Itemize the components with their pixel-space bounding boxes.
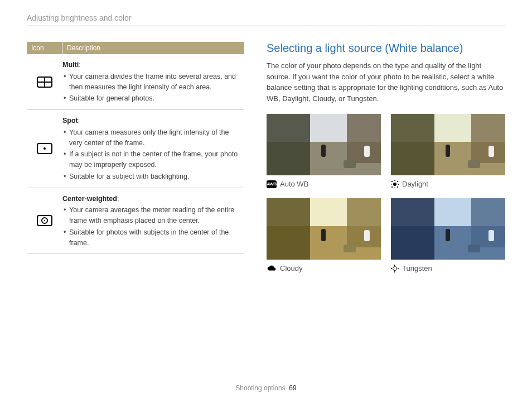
wb-sample-tungsten: Tungsten: [391, 198, 505, 272]
page-number: 69: [289, 384, 296, 392]
mode-name: Multi: [62, 61, 79, 69]
wb-label: Auto WB: [280, 180, 308, 188]
sample-image: [391, 114, 505, 175]
wb-sample-auto: AWB Auto WB: [267, 114, 381, 188]
table-header-description: Description: [62, 42, 244, 54]
table-row: Spot: Your camera measures only the ligh…: [27, 110, 244, 188]
tungsten-icon: [391, 265, 399, 272]
mode-bullet: Your camera measures only the light inte…: [62, 127, 241, 149]
mode-name: Spot: [62, 117, 78, 125]
breadcrumb: Adjusting brightness and color: [27, 13, 505, 26]
sample-image: [267, 198, 381, 260]
cloudy-icon: [267, 265, 277, 272]
daylight-icon: [391, 180, 399, 188]
table-row: Center-weighted: Your camera averages th…: [27, 188, 244, 255]
table-header-icon: Icon: [27, 42, 62, 54]
sample-image: [391, 198, 505, 260]
spot-metering-icon: [37, 143, 52, 154]
center-weighted-metering-icon: [37, 215, 52, 226]
mode-bullet: Suitable for photos with subjects in the…: [62, 227, 241, 248]
mode-bullet: Your camera divides the frame into sever…: [62, 71, 241, 93]
mode-name: Center-weighted: [62, 195, 117, 203]
page-footer: Shooting options 69: [0, 384, 532, 392]
multi-metering-icon: [37, 76, 52, 88]
section-heading: Selecting a light source (White balance): [267, 42, 505, 55]
mode-bullet: Suitable for general photos.: [62, 93, 241, 104]
mode-bullet: Your camera averages the meter reading o…: [62, 205, 241, 226]
metering-table: Icon Description Multi: Your camera divi…: [27, 42, 244, 272]
mode-bullet: If a subject is not in the center of the…: [62, 149, 241, 170]
mode-bullet: Suitable for a subject with backlighting…: [62, 171, 241, 182]
wb-sample-daylight: Daylight: [391, 114, 505, 188]
table-row: Multi: Your camera divides the frame int…: [27, 54, 244, 110]
wb-label: Cloudy: [280, 264, 302, 272]
sample-image: [267, 114, 381, 175]
section-intro: The color of your photo depends on the t…: [267, 60, 505, 104]
auto-wb-icon: AWB: [267, 180, 277, 188]
wb-label: Tungsten: [402, 264, 432, 272]
wb-label: Daylight: [402, 180, 428, 188]
wb-sample-cloudy: Cloudy: [267, 198, 381, 272]
footer-section: Shooting options: [235, 384, 285, 392]
